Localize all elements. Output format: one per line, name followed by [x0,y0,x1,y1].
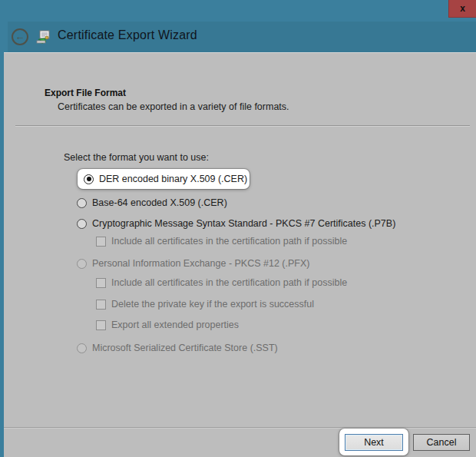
checkbox-include-path-pkcs7: Include all certificates in the certific… [96,233,347,249]
highlight-callout-der: DER encoded binary X.509 (.CER) [78,169,250,189]
option-label: Delete the private key if the export is … [111,299,314,310]
option-label: Include all certificates in the certific… [111,236,347,247]
option-label: Export all extended properties [111,320,239,330]
checkbox-icon [96,237,106,247]
window-title: Certificate Export Wizard [58,28,197,42]
radio-icon [77,219,87,229]
option-label: Microsoft Serialized Certificate Store (… [92,343,278,353]
checkbox-export-extended-properties: Export all extended properties [96,317,239,333]
radio-icon [77,259,87,269]
checkbox-icon [96,320,106,330]
page-subtitle: Certificates can be exported in a variet… [58,101,289,112]
radio-icon [84,174,94,184]
page-title: Export File Format [45,88,126,98]
option-label: DER encoded binary X.509 (.CER) [99,174,247,184]
option-label: Personal Information Exchange - PKCS #12… [92,258,309,269]
option-label: Base-64 encoded X.509 (.CER) [92,197,227,208]
close-icon: x [460,3,465,14]
checkbox-delete-private-key: Delete the private key if the export is … [96,296,314,312]
checkbox-icon [96,278,106,288]
cancel-button[interactable]: Cancel [413,434,470,451]
radio-icon [77,343,87,353]
format-prompt: Select the format you want to use: [64,152,209,163]
radio-pfx: Personal Information Exchange - PKCS #12… [77,256,309,271]
radio-base64[interactable]: Base-64 encoded X.509 (.CER) [77,195,227,210]
checkbox-include-path-pfx: Include all certificates in the certific… [96,275,347,290]
back-button[interactable]: ← [12,28,28,45]
option-label: Cryptographic Message Syntax Standard - … [92,218,395,229]
close-button[interactable]: x [448,0,476,18]
radio-sst: Microsoft Serialized Certificate Store (… [77,340,278,356]
next-button[interactable]: Next [345,434,403,451]
radio-pkcs7[interactable]: Cryptographic Message Syntax Standard - … [77,216,395,231]
radio-der-encoded[interactable]: DER encoded binary X.509 (.CER) [84,171,247,187]
certificate-icon [35,29,51,45]
header-divider [15,125,470,127]
dialog-body: Export File Format Certificates can be e… [4,52,476,457]
option-label: Include all certificates in the certific… [111,277,347,288]
highlight-callout-next: Next [339,429,408,455]
radio-icon [77,198,87,208]
wizard-window: x ← Certificate Export Wizard Export Fil… [0,0,476,457]
checkbox-icon [96,300,106,310]
back-arrow-icon: ← [15,31,25,41]
